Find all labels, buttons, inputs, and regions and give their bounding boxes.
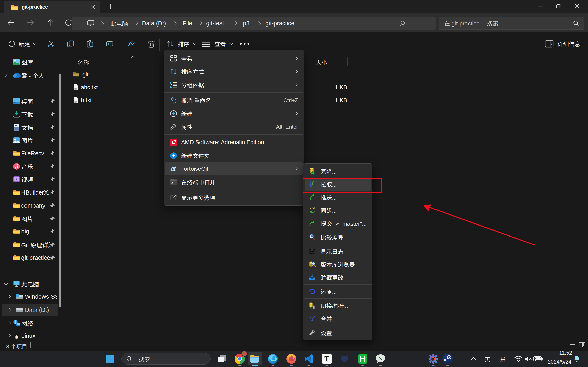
svg-text:T: T — [324, 355, 329, 363]
svg-text:Git: Git — [172, 168, 174, 170]
